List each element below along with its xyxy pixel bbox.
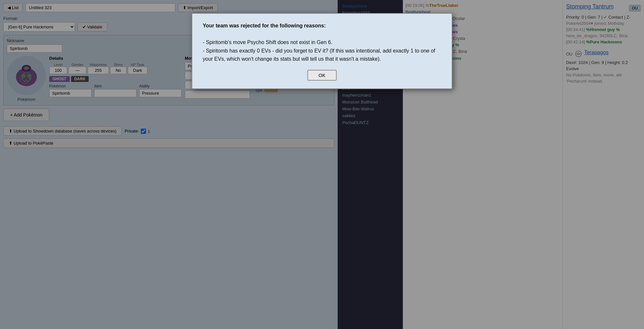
modal-reason-2: - Spiritomb has exactly 0 EVs - did you … [203,48,435,62]
main-container: ◀ List ⬆ Import/Export Format: [Gen 6] P… [0,0,644,329]
modal-title: Your team was rejected for the following… [203,23,326,28]
modal-dialog: Your team was rejected for the following… [192,13,452,89]
modal-text: Your team was rejected for the following… [203,22,441,63]
modal-ok-button[interactable]: OK [307,70,337,81]
modal-reason-1: - Spiritomb's move Psycho Shift does not… [203,39,332,45]
modal-overlay: Your team was rejected for the following… [0,0,644,329]
